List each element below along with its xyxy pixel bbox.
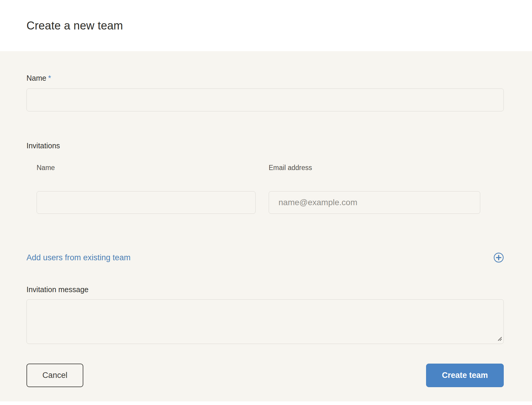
invitee-email-input[interactable] bbox=[269, 191, 480, 214]
cancel-button[interactable]: Cancel bbox=[26, 364, 83, 387]
footer-strip bbox=[0, 401, 532, 405]
create-team-button[interactable]: Create team bbox=[426, 364, 504, 387]
invitee-name-column-label: Name bbox=[37, 163, 256, 172]
plus-circle-icon bbox=[494, 253, 504, 263]
add-users-row: Add users from existing team bbox=[26, 253, 504, 263]
invitation-column-headers: Name Email address bbox=[37, 163, 504, 172]
create-team-form: Name* Invitations Name Email address Add… bbox=[0, 51, 532, 401]
required-asterisk: * bbox=[48, 74, 51, 82]
invitations-section-label: Invitations bbox=[26, 141, 504, 150]
invitation-row bbox=[37, 191, 504, 214]
team-name-label: Name* bbox=[26, 74, 504, 82]
invitation-message-textarea[interactable] bbox=[26, 299, 504, 344]
add-invitation-row-button[interactable] bbox=[494, 253, 504, 263]
form-actions: Cancel Create team bbox=[26, 364, 504, 387]
invitation-message-label: Invitation message bbox=[26, 285, 504, 294]
create-team-page: Create a new team Name* Invitations Name… bbox=[0, 0, 532, 405]
add-users-from-team-link[interactable]: Add users from existing team bbox=[26, 253, 131, 262]
page-title: Create a new team bbox=[26, 19, 123, 32]
team-name-input[interactable] bbox=[26, 88, 504, 111]
invitee-name-input[interactable] bbox=[37, 191, 256, 214]
page-header: Create a new team bbox=[0, 0, 532, 51]
invitee-email-column-label: Email address bbox=[269, 163, 480, 172]
invitation-message-wrap bbox=[26, 299, 504, 344]
